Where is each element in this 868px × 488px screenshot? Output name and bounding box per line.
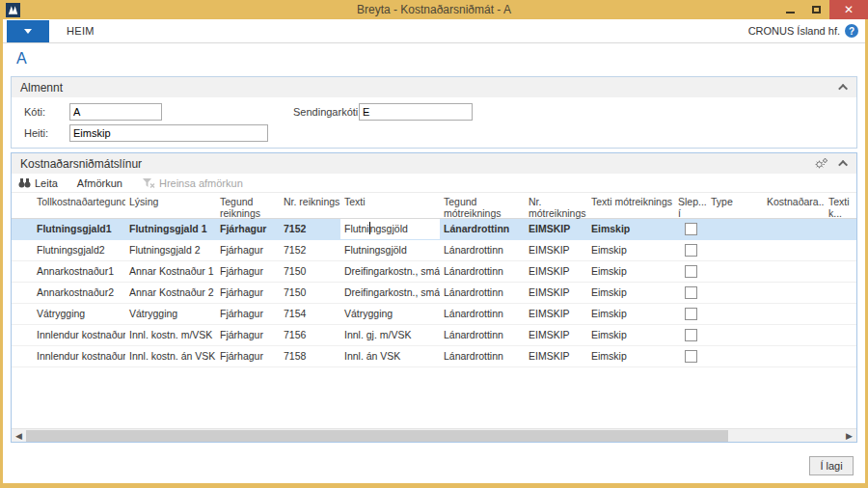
scroll-left-icon[interactable]: ◀ bbox=[12, 429, 26, 443]
table-cell[interactable] bbox=[825, 219, 863, 239]
table-cell[interactable]: EIMSKIP bbox=[525, 283, 587, 303]
table-cell[interactable]: Innl. kostn. m/VSK bbox=[125, 325, 216, 345]
table-cell[interactable] bbox=[707, 240, 763, 260]
table-cell[interactable]: Lánardrottinn bbox=[440, 219, 525, 239]
table-cell[interactable]: 7150 bbox=[280, 261, 340, 282]
table-cell[interactable]: Flutningsgjöld bbox=[340, 219, 440, 239]
maximize-icon[interactable] bbox=[803, 0, 829, 19]
skip-checkbox[interactable] bbox=[674, 261, 707, 282]
table-cell[interactable] bbox=[707, 219, 763, 239]
minimize-icon[interactable] bbox=[777, 0, 803, 19]
table-cell[interactable]: Fjárhagur bbox=[216, 346, 280, 366]
table-cell[interactable]: Flutningsgjald 1 bbox=[125, 219, 216, 239]
table-cell[interactable]: 7154 bbox=[280, 304, 340, 324]
table-cell[interactable] bbox=[763, 325, 825, 345]
koti-field[interactable] bbox=[69, 103, 162, 121]
sendingarkoti-field[interactable] bbox=[359, 103, 473, 121]
table-cell[interactable] bbox=[707, 283, 763, 303]
table-cell[interactable] bbox=[763, 304, 825, 324]
scrollbar-thumb[interactable] bbox=[26, 430, 728, 442]
column-header[interactable]: Kostnaðara... bbox=[763, 196, 825, 207]
column-header[interactable]: Lýsing bbox=[125, 196, 216, 207]
table-cell[interactable]: Flutningsgjöld bbox=[340, 240, 440, 260]
table-row[interactable]: Innlendur kostnaðurInnl. kostn. m/VSKFjá… bbox=[12, 325, 856, 346]
table-cell[interactable]: Lánardrottinn bbox=[440, 283, 525, 303]
table-cell[interactable]: Dreifingarkostn., smás... bbox=[340, 283, 440, 303]
table-cell[interactable]: Fjárhagur bbox=[216, 219, 280, 239]
table-cell[interactable]: Eimskip bbox=[587, 283, 674, 303]
table-cell[interactable]: 7152 bbox=[280, 240, 340, 260]
table-cell[interactable]: Innl. gj. m/VSK bbox=[340, 325, 440, 345]
table-cell[interactable] bbox=[707, 304, 763, 324]
scrollbar-track[interactable] bbox=[26, 429, 842, 443]
table-cell[interactable]: Innlendur kostnaður bbox=[33, 325, 125, 345]
column-header[interactable]: Nr. reiknings bbox=[280, 196, 340, 207]
column-header[interactable]: Tollkostnaðartegund bbox=[33, 196, 125, 207]
column-header[interactable]: Texti mótreiknings bbox=[587, 196, 674, 207]
collapse-chevron-icon[interactable] bbox=[838, 160, 848, 170]
table-row[interactable]: Annarkostnaður1Annar Kostnaður 1Fjárhagu… bbox=[12, 261, 856, 283]
skip-checkbox[interactable] bbox=[674, 219, 707, 239]
column-header[interactable]: Tegund mótreiknings bbox=[440, 196, 525, 219]
skip-checkbox[interactable] bbox=[674, 240, 707, 260]
table-cell[interactable]: EIMSKIP bbox=[525, 304, 587, 324]
close-icon[interactable]: ✕ bbox=[829, 0, 868, 19]
table-cell[interactable] bbox=[707, 261, 763, 282]
column-header[interactable]: Tegund reiknings bbox=[216, 196, 280, 219]
table-cell[interactable]: Annar Kostnaður 1 bbox=[125, 261, 216, 282]
table-cell[interactable]: Lánardrottinn bbox=[440, 240, 525, 260]
table-cell[interactable]: EIMSKIP bbox=[525, 219, 587, 239]
table-cell[interactable]: Fjárhagur bbox=[216, 325, 280, 345]
table-cell[interactable]: Fjárhagur bbox=[216, 283, 280, 303]
column-header[interactable]: Type bbox=[707, 196, 763, 207]
search-button[interactable]: Leita bbox=[18, 177, 58, 189]
table-cell[interactable]: Innlendur kostnaður bbox=[33, 346, 125, 366]
table-cell[interactable]: EIMSKIP bbox=[525, 261, 587, 282]
application-menu-button[interactable] bbox=[7, 20, 49, 42]
table-cell[interactable]: Innl. án VSK bbox=[340, 346, 440, 366]
table-cell[interactable] bbox=[825, 283, 863, 303]
help-icon[interactable]: ? bbox=[845, 24, 858, 38]
table-cell[interactable] bbox=[763, 219, 825, 239]
table-cell[interactable]: Vátrygging bbox=[33, 304, 125, 324]
table-cell[interactable]: Annarkostnaður1 bbox=[33, 261, 125, 282]
table-cell[interactable]: EIMSKIP bbox=[525, 240, 587, 260]
table-row[interactable]: Flutningsgjald1Flutningsgjald 1Fjárhagur… bbox=[12, 219, 856, 240]
table-cell[interactable] bbox=[825, 240, 863, 260]
table-cell[interactable]: Fjárhagur bbox=[216, 240, 280, 260]
table-cell[interactable]: Flutningsgjald 2 bbox=[125, 240, 216, 260]
column-header[interactable]: Texti bbox=[340, 196, 440, 207]
ok-button[interactable]: Í lagi bbox=[809, 456, 854, 475]
table-cell[interactable]: Vátrygging bbox=[125, 304, 216, 324]
table-cell[interactable] bbox=[763, 283, 825, 303]
table-cell[interactable]: Flutningsgjald1 bbox=[33, 219, 125, 239]
heiti-field[interactable] bbox=[69, 124, 268, 142]
table-cell[interactable] bbox=[763, 261, 825, 282]
fasttab-lines-header[interactable]: Kostnaðarsniðmátslínur bbox=[12, 153, 856, 174]
table-cell[interactable] bbox=[763, 346, 825, 366]
table-cell[interactable]: Eimskip bbox=[587, 304, 674, 324]
table-cell[interactable]: Eimskip bbox=[587, 261, 674, 282]
skip-checkbox[interactable] bbox=[674, 283, 707, 303]
customize-gears-icon[interactable] bbox=[814, 157, 829, 170]
table-row[interactable]: VátryggingVátryggingFjárhagur7154Vátrygg… bbox=[12, 304, 856, 325]
collapse-chevron-icon[interactable] bbox=[838, 84, 848, 94]
clear-filter-button[interactable]: Hreinsa afmörkun bbox=[142, 177, 243, 189]
column-header[interactable]: Nr. mótreiknings bbox=[525, 196, 587, 219]
table-cell[interactable]: Innl. kostn. án VSK bbox=[125, 346, 216, 366]
table-cell[interactable]: Annarkostnaður2 bbox=[33, 283, 125, 303]
tab-heim[interactable]: HEIM bbox=[67, 25, 95, 37]
company-name[interactable]: CRONUS Ísland hf. bbox=[748, 25, 840, 37]
column-header[interactable]: Texti k... bbox=[825, 196, 863, 219]
table-cell[interactable]: Fjárhagur bbox=[216, 261, 280, 282]
table-cell[interactable]: 7152 bbox=[280, 219, 340, 239]
table-cell[interactable] bbox=[825, 325, 863, 345]
table-cell[interactable]: Lánardrottinn bbox=[440, 304, 525, 324]
fasttab-almennt-header[interactable]: Almennt bbox=[12, 77, 856, 97]
table-cell[interactable]: EIMSKIP bbox=[525, 346, 587, 366]
table-cell[interactable]: 7158 bbox=[280, 346, 340, 366]
table-row[interactable]: Innlendur kostnaðurInnl. kostn. án VSKFj… bbox=[12, 346, 856, 367]
table-cell[interactable]: Eimskip bbox=[587, 219, 674, 239]
skip-checkbox[interactable] bbox=[674, 304, 707, 324]
table-cell[interactable]: Annar Kostnaður 2 bbox=[125, 283, 216, 303]
